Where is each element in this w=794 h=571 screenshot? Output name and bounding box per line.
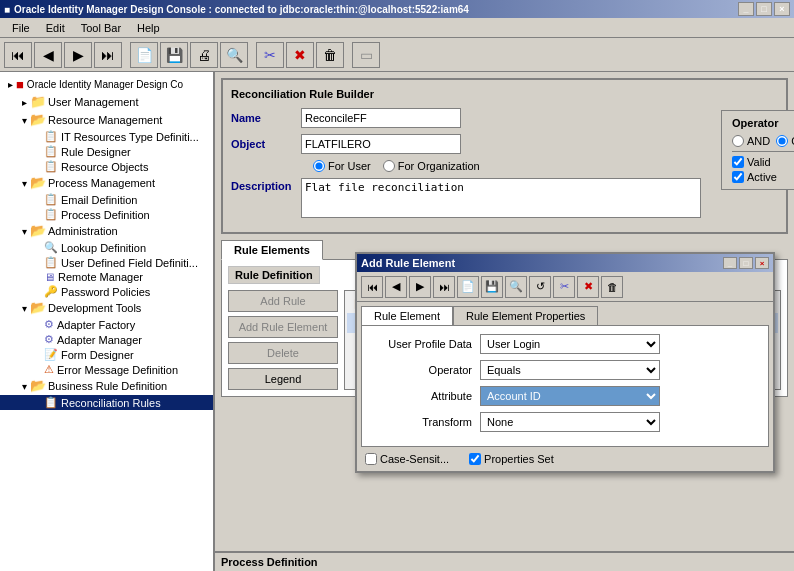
dtb-last[interactable]: ⏭ [433,276,455,298]
dialog-maximize-button[interactable]: □ [739,257,753,269]
menu-edit[interactable]: Edit [38,20,73,36]
dtb-new[interactable]: 📄 [457,276,479,298]
btn-cut[interactable]: ✂ [256,42,284,68]
dialog-title-controls: _ □ × [723,257,769,269]
sidebar-item-administration[interactable]: ▾ 📂 Administration [0,222,213,240]
tab-rule-elements[interactable]: Rule Elements [221,240,323,260]
btn-delete[interactable]: ✖ [286,42,314,68]
attribute-select[interactable]: Account ID [480,386,660,406]
transform-select[interactable]: None [480,412,660,432]
btn-extra[interactable]: ▭ [352,42,380,68]
sidebar-item-process-management[interactable]: ▾ 📂 Process Management [0,174,213,192]
am-label: Adapter Manager [57,334,142,346]
dtb-save[interactable]: 💾 [481,276,503,298]
sidebar-item-resource-management[interactable]: ▾ 📂 Resource Management [0,111,213,129]
sidebar-item-dev-tools[interactable]: ▾ 📂 Development Tools [0,299,213,317]
user-profile-select[interactable]: User Login [480,334,660,354]
properties-set-checkbox[interactable] [469,453,481,465]
folder-icon-um: 📁 [30,94,46,110]
legend-button[interactable]: Legend [228,368,338,390]
for-user-radio-label[interactable]: For User [313,160,371,172]
btn-save[interactable]: 💾 [160,42,188,68]
sidebar-item-adapter-manager[interactable]: ⚙ Adapter Manager [0,332,213,347]
active-label: Active [747,171,777,183]
dialog-tab-properties[interactable]: Rule Element Properties [453,306,598,325]
add-rule-button[interactable]: Add Rule [228,290,338,312]
sidebar-item-business-rule[interactable]: ▾ 📂 Business Rule Definition [0,377,213,395]
dtb-delete[interactable]: ✖ [577,276,599,298]
dtb-search[interactable]: 🔍 [505,276,527,298]
sidebar-item-reconciliation-rules[interactable]: 📋 Reconciliation Rules [0,395,213,410]
expand-icon-adm: ▾ [18,226,30,237]
sidebar-item-email-definition[interactable]: 📋 Email Definition [0,192,213,207]
dialog-operator-row: Operator Equals [370,360,760,380]
btn-next[interactable]: ▶ [64,42,92,68]
btn-trash[interactable]: 🗑 [316,42,344,68]
menu-toolbar[interactable]: Tool Bar [73,20,129,36]
sidebar-item-udf[interactable]: 📋 User Defined Field Definiti... [0,255,213,270]
remm-label: Remote Manager [58,271,143,283]
tree-root-item[interactable]: ▸ ■ Oracle Identity Manager Design Co [0,76,213,93]
dialog-minimize-button[interactable]: _ [723,257,737,269]
menu-file[interactable]: File [4,20,38,36]
sidebar-item-it-resources[interactable]: 📋 IT Resources Type Definiti... [0,129,213,144]
sidebar-item-lookup-definition[interactable]: 🔍 Lookup Definition [0,240,213,255]
sidebar-item-rule-designer[interactable]: 📋 Rule Designer [0,144,213,159]
dt-label: Development Tools [48,302,141,314]
dtb-prev[interactable]: ◀ [385,276,407,298]
btn-new[interactable]: 📄 [130,42,158,68]
btn-first[interactable]: ⏮ [4,42,32,68]
btn-last[interactable]: ⏭ [94,42,122,68]
sidebar-item-adapter-factory[interactable]: ⚙ Adapter Factory [0,317,213,332]
dialog-close-button[interactable]: × [755,257,769,269]
dtb-trash[interactable]: 🗑 [601,276,623,298]
sidebar-item-process-definition[interactable]: 📋 Process Definition [0,207,213,222]
sidebar-item-user-management[interactable]: ▸ 📁 User Management [0,93,213,111]
for-org-radio-label[interactable]: For Organization [383,160,480,172]
case-sensit-checkbox[interactable] [365,453,377,465]
dtb-first[interactable]: ⏮ [361,276,383,298]
close-button[interactable]: × [774,2,790,16]
maximize-button[interactable]: □ [756,2,772,16]
btn-search[interactable]: 🔍 [220,42,248,68]
toolbar: ⏮ ◀ ▶ ⏭ 📄 💾 🖨 🔍 ✂ ✖ 🗑 ▭ [0,38,794,72]
properties-set-text: Properties Set [484,453,554,465]
dtb-next[interactable]: ▶ [409,276,431,298]
or-radio-label[interactable]: OR [776,135,794,147]
btn-print[interactable]: 🖨 [190,42,218,68]
desc-label: Description [231,178,301,192]
valid-checkbox[interactable] [732,156,744,168]
case-sensit-label[interactable]: Case-Sensit... [365,453,449,465]
properties-set-label[interactable]: Properties Set [469,453,554,465]
sidebar-item-remote-manager[interactable]: 🖥 Remote Manager [0,270,213,284]
or-radio[interactable] [776,135,788,147]
menu-bar: File Edit Tool Bar Help [0,18,794,38]
minimize-button[interactable]: _ [738,2,754,16]
folder-icon-adm: 📂 [30,223,46,239]
for-org-radio[interactable] [383,160,395,172]
operator-select[interactable]: Equals [480,360,660,380]
active-checkbox[interactable] [732,171,744,183]
name-input[interactable] [301,108,461,128]
and-radio-label[interactable]: AND [732,135,770,147]
adm-label: Administration [48,225,118,237]
sidebar-item-resource-objects[interactable]: 📋 Resource Objects [0,159,213,174]
sidebar-item-form-designer[interactable]: 📝 Form Designer [0,347,213,362]
for-user-radio[interactable] [313,160,325,172]
expand-icon-dt: ▾ [18,303,30,314]
object-input[interactable] [301,134,461,154]
ed-label: Email Definition [61,194,137,206]
btn-prev[interactable]: ◀ [34,42,62,68]
rd-label: Rule Designer [61,146,131,158]
add-rule-element-button[interactable]: Add Rule Element [228,316,338,338]
delete-button[interactable]: Delete [228,342,338,364]
and-radio[interactable] [732,135,744,147]
dialog-tab-rule-element[interactable]: Rule Element [361,306,453,325]
dtb-cut[interactable]: ✂ [553,276,575,298]
desc-textarea[interactable]: Flat file reconciliation [301,178,701,218]
menu-help[interactable]: Help [129,20,168,36]
sidebar-item-error-message[interactable]: ⚠ Error Message Definition [0,362,213,377]
sidebar-item-password-policies[interactable]: 🔑 Password Policies [0,284,213,299]
item-icon-pd: 📋 [44,208,58,221]
dtb-refresh[interactable]: ↺ [529,276,551,298]
